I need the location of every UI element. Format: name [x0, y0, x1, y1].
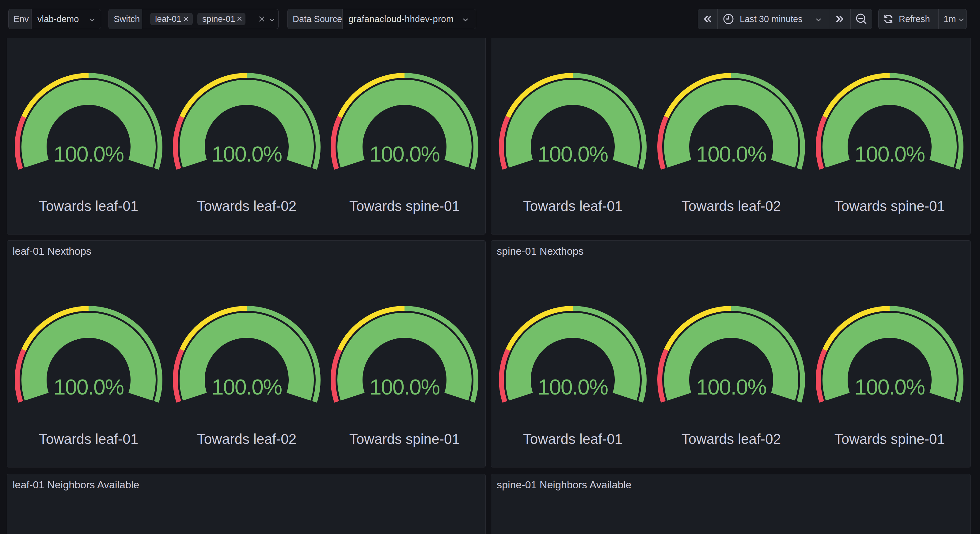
svg-text:Towards leaf-01: Towards leaf-01	[39, 431, 138, 447]
svg-text:100.0%: 100.0%	[696, 375, 767, 399]
svg-text:Towards leaf-01: Towards leaf-01	[523, 431, 623, 447]
svg-text:100.0%: 100.0%	[54, 375, 124, 399]
svg-text:Towards spine-01: Towards spine-01	[349, 198, 460, 214]
svg-text:100.0%: 100.0%	[855, 142, 925, 166]
svg-text:Towards leaf-01: Towards leaf-01	[523, 198, 623, 214]
svg-text:100.0%: 100.0%	[369, 375, 440, 399]
svg-text:100.0%: 100.0%	[696, 142, 767, 166]
svg-text:Towards spine-01: Towards spine-01	[834, 431, 945, 447]
svg-text:100.0%: 100.0%	[369, 142, 440, 166]
svg-text:Towards leaf-02: Towards leaf-02	[681, 198, 781, 214]
svg-text:Towards spine-01: Towards spine-01	[349, 431, 460, 447]
svg-text:100.0%: 100.0%	[538, 375, 608, 399]
svg-text:Towards leaf-02: Towards leaf-02	[681, 431, 781, 447]
svg-text:100.0%: 100.0%	[212, 142, 282, 166]
svg-text:100.0%: 100.0%	[855, 375, 925, 399]
svg-text:Towards spine-01: Towards spine-01	[834, 198, 945, 214]
svg-text:100.0%: 100.0%	[538, 142, 608, 166]
svg-text:100.0%: 100.0%	[54, 142, 124, 166]
svg-text:Towards leaf-01: Towards leaf-01	[39, 198, 138, 214]
svg-text:Towards leaf-02: Towards leaf-02	[197, 198, 297, 214]
svg-text:100.0%: 100.0%	[212, 375, 282, 399]
svg-text:Towards leaf-02: Towards leaf-02	[197, 431, 297, 447]
